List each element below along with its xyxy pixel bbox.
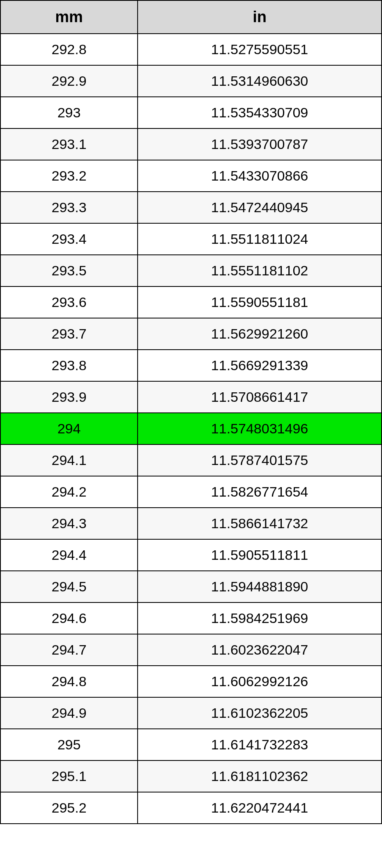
table-row: 295.211.6220472441: [0, 792, 382, 824]
cell-mm: 293: [0, 97, 138, 128]
table-row: 295.111.6181102362: [0, 760, 382, 792]
cell-mm: 295.2: [0, 792, 138, 824]
cell-mm: 293.5: [0, 255, 138, 286]
header-in: in: [138, 0, 382, 34]
cell-in: 11.5748031496: [138, 413, 382, 444]
table-row: 294.911.6102362205: [0, 697, 382, 729]
table-row: 293.111.5393700787: [0, 128, 382, 160]
cell-mm: 294.1: [0, 444, 138, 476]
table-row: 292.911.5314960630: [0, 65, 382, 97]
cell-mm: 293.1: [0, 128, 138, 160]
cell-in: 11.5511811024: [138, 223, 382, 255]
table-row: 293.311.5472440945: [0, 192, 382, 223]
cell-mm: 294: [0, 413, 138, 444]
cell-in: 11.5944881890: [138, 571, 382, 602]
cell-mm: 293.3: [0, 192, 138, 223]
table-row: 294.411.5905511811: [0, 539, 382, 571]
cell-in: 11.5590551181: [138, 286, 382, 318]
table-row: 29511.6141732283: [0, 729, 382, 760]
cell-mm: 293.9: [0, 381, 138, 413]
table-row: 293.411.5511811024: [0, 223, 382, 255]
table-body: 292.811.5275590551292.911.53149606302931…: [0, 34, 382, 824]
cell-mm: 293.8: [0, 350, 138, 381]
cell-in: 11.5669291339: [138, 350, 382, 381]
table-row: 29311.5354330709: [0, 97, 382, 128]
cell-in: 11.5984251969: [138, 602, 382, 634]
cell-in: 11.5314960630: [138, 65, 382, 97]
cell-in: 11.5629921260: [138, 318, 382, 350]
cell-in: 11.5826771654: [138, 476, 382, 508]
cell-mm: 293.7: [0, 318, 138, 350]
cell-mm: 294.9: [0, 697, 138, 729]
table-row: 293.211.5433070866: [0, 160, 382, 192]
cell-mm: 294.2: [0, 476, 138, 508]
header-mm: mm: [0, 0, 138, 34]
cell-mm: 295: [0, 729, 138, 760]
table-header-row: mm in: [0, 0, 382, 34]
table-row: 294.311.5866141732: [0, 508, 382, 539]
cell-in: 11.5866141732: [138, 508, 382, 539]
cell-in: 11.5708661417: [138, 381, 382, 413]
cell-in: 11.5787401575: [138, 444, 382, 476]
cell-mm: 294.3: [0, 508, 138, 539]
table-row: 293.911.5708661417: [0, 381, 382, 413]
table-row: 293.711.5629921260: [0, 318, 382, 350]
table-row: 294.511.5944881890: [0, 571, 382, 602]
cell-mm: 294.8: [0, 666, 138, 697]
table-row: 293.811.5669291339: [0, 350, 382, 381]
cell-mm: 295.1: [0, 760, 138, 792]
cell-mm: 293.2: [0, 160, 138, 192]
conversion-table: mm in 292.811.5275590551292.911.53149606…: [0, 0, 382, 824]
cell-in: 11.6181102362: [138, 760, 382, 792]
table-row: 294.111.5787401575: [0, 444, 382, 476]
table-row: 293.611.5590551181: [0, 286, 382, 318]
cell-mm: 292.9: [0, 65, 138, 97]
cell-mm: 294.6: [0, 602, 138, 634]
cell-mm: 294.4: [0, 539, 138, 571]
cell-in: 11.5472440945: [138, 192, 382, 223]
cell-mm: 294.5: [0, 571, 138, 602]
cell-in: 11.5393700787: [138, 128, 382, 160]
cell-in: 11.6102362205: [138, 697, 382, 729]
cell-in: 11.5905511811: [138, 539, 382, 571]
cell-mm: 294.7: [0, 634, 138, 666]
table-row: 292.811.5275590551: [0, 34, 382, 65]
cell-in: 11.6141732283: [138, 729, 382, 760]
cell-in: 11.5275590551: [138, 34, 382, 65]
table-row: 293.511.5551181102: [0, 255, 382, 286]
table-row: 294.211.5826771654: [0, 476, 382, 508]
table-row: 294.611.5984251969: [0, 602, 382, 634]
cell-mm: 293.6: [0, 286, 138, 318]
cell-in: 11.6220472441: [138, 792, 382, 824]
table-row: 294.811.6062992126: [0, 666, 382, 697]
cell-in: 11.6023622047: [138, 634, 382, 666]
table-row: 294.711.6023622047: [0, 634, 382, 666]
cell-in: 11.6062992126: [138, 666, 382, 697]
cell-in: 11.5551181102: [138, 255, 382, 286]
table-row: 29411.5748031496: [0, 413, 382, 444]
cell-in: 11.5433070866: [138, 160, 382, 192]
cell-mm: 293.4: [0, 223, 138, 255]
cell-mm: 292.8: [0, 34, 138, 65]
cell-in: 11.5354330709: [138, 97, 382, 128]
